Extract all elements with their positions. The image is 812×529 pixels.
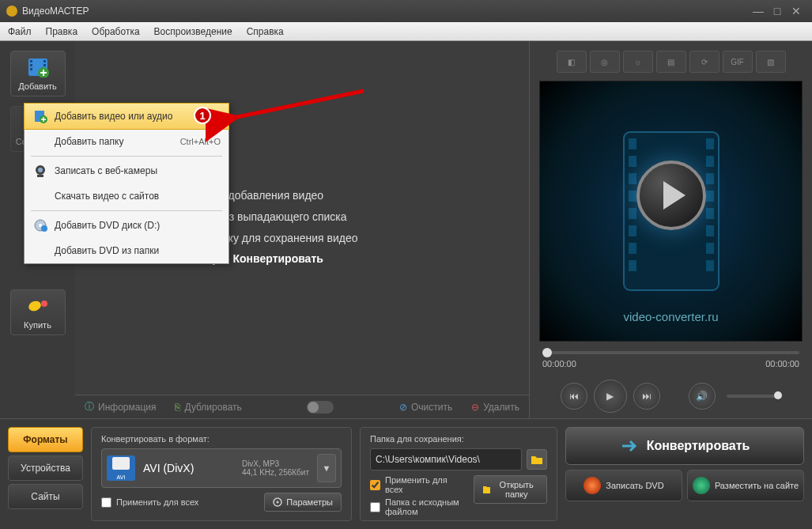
save-path-input[interactable] xyxy=(370,448,522,470)
save-panel: Папка для сохранения: Применить для всех… xyxy=(360,427,557,521)
parameters-button[interactable]: Параметры xyxy=(264,493,342,512)
info-button[interactable]: ⓘИнформация xyxy=(85,400,156,414)
svg-rect-15 xyxy=(629,173,636,184)
upload-site-button[interactable]: Разместить на сайте xyxy=(687,470,804,501)
next-button[interactable]: ⏭ xyxy=(633,383,660,410)
buy-button[interactable]: Купить xyxy=(10,289,66,335)
buy-label: Купить xyxy=(24,320,51,330)
menu-add-dvd-folder[interactable]: Добавить DVD из папки xyxy=(25,238,228,263)
convert-button[interactable]: Конвертировать xyxy=(565,427,804,465)
source-folder-checkbox[interactable]: Папка с исходным файлом xyxy=(370,497,464,516)
player-controls: ⏮ ▶ ⏭ 🔊 xyxy=(536,373,806,419)
preview-gif-icon[interactable]: GIF xyxy=(723,51,753,73)
avi-icon: AVI xyxy=(107,455,135,481)
menu-webcam[interactable]: Записать с веб-камеры xyxy=(25,158,228,183)
time-current: 00:00:00 xyxy=(542,359,576,368)
menu-file[interactable]: Файл xyxy=(8,26,32,37)
open-folder-button[interactable]: Открыть папку xyxy=(474,475,547,504)
globe-icon xyxy=(693,477,710,494)
menu-process[interactable]: Обработка xyxy=(92,26,140,37)
add-button[interactable]: Добавить xyxy=(10,51,66,96)
app-title: ВидеоМАСТЕР xyxy=(22,6,89,17)
apply-all-save-checkbox[interactable]: Применить для всех xyxy=(370,475,464,494)
burn-dvd-button[interactable]: Записать DVD xyxy=(565,470,682,501)
view-toggle[interactable] xyxy=(307,401,334,414)
dvd-burn-icon xyxy=(584,477,601,494)
svg-rect-3 xyxy=(30,68,32,70)
convert-panel: Конвертировать Записать DVD Разместить н… xyxy=(565,427,804,521)
time-total: 00:00:00 xyxy=(765,359,799,368)
callout-badge-1: 1 xyxy=(194,107,211,124)
bottom-panel: Форматы Устройства Сайты Конвертировать … xyxy=(0,418,812,529)
svg-rect-2 xyxy=(30,64,32,66)
menu-playback[interactable]: Воспроизведение xyxy=(154,26,232,37)
format-tabs: Форматы Устройства Сайты xyxy=(8,427,83,521)
svg-rect-14 xyxy=(629,156,636,167)
format-name: AVI (DivX) xyxy=(143,462,234,474)
svg-rect-19 xyxy=(629,243,636,254)
apply-all-format-checkbox[interactable]: Применить для всех xyxy=(101,497,198,508)
save-panel-title: Папка для сохранения: xyxy=(370,434,547,444)
close-button[interactable]: ✕ xyxy=(787,5,806,17)
status-bar: ⓘИнформация ⎘Дублировать ⊘Очистить ⊖Удал… xyxy=(75,395,529,418)
app-logo-icon xyxy=(6,6,17,17)
preview-frame-icon[interactable]: ▤ xyxy=(656,51,686,73)
format-selector[interactable]: AVI AVI (DivX) DivX, MP3 44,1 KHz, 256Кб… xyxy=(101,448,342,488)
svg-rect-4 xyxy=(43,60,46,62)
volume-slider[interactable] xyxy=(727,395,782,398)
play-button[interactable]: ▶ xyxy=(594,380,627,413)
menu-add-folder[interactable]: Добавить папку Ctrl+Alt+O xyxy=(25,129,228,154)
svg-point-10 xyxy=(27,300,42,313)
svg-rect-20 xyxy=(629,260,636,271)
preview-video: video-converter.ru xyxy=(539,81,803,342)
timeline[interactable] xyxy=(536,346,806,359)
browse-folder-button[interactable] xyxy=(527,449,547,470)
preview-vignette-icon[interactable]: ◎ xyxy=(590,51,620,73)
maximize-button[interactable]: □ xyxy=(768,5,787,17)
duplicate-button[interactable]: ⎘Дублировать xyxy=(175,402,241,413)
preview-crop-icon[interactable]: ◧ xyxy=(557,51,587,73)
folder-open-icon xyxy=(482,485,490,494)
watermark-text: video-converter.ru xyxy=(540,310,802,323)
tab-formats[interactable]: Форматы xyxy=(8,427,83,452)
gear-icon xyxy=(273,497,282,507)
format-panel: Конвертировать в формат: AVI AVI (DivX) … xyxy=(91,427,352,521)
preview-toolbar: ◧ ◎ ☼ ▤ ⟳ GIF ▧ xyxy=(536,47,806,76)
add-dropdown-menu: Добавить видео или аудио trl+O Добавить … xyxy=(24,103,229,264)
preview-brightness-icon[interactable]: ☼ xyxy=(623,51,653,73)
film-plus-icon xyxy=(32,108,48,124)
clear-button[interactable]: ⊘Очистить xyxy=(399,402,452,413)
titlebar: ВидеоМАСТЕР — □ ✕ xyxy=(0,0,812,22)
svg-rect-24 xyxy=(706,191,714,202)
delete-button[interactable]: ⊖Удалить xyxy=(471,402,519,413)
menu-download[interactable]: Скачать видео с сайтов xyxy=(25,183,228,209)
svg-point-11 xyxy=(41,300,47,307)
minimize-button[interactable]: — xyxy=(749,5,768,17)
menu-edit[interactable]: Правка xyxy=(46,26,78,37)
tab-devices[interactable]: Устройства xyxy=(8,455,83,481)
folder-icon xyxy=(531,454,543,465)
svg-rect-25 xyxy=(706,208,714,219)
menu-add-dvd-disc[interactable]: Добавить DVD диск (D:) xyxy=(25,213,228,238)
svg-rect-16 xyxy=(629,191,636,202)
svg-rect-28 xyxy=(706,260,714,271)
preview-speed-icon[interactable]: ⟳ xyxy=(689,51,719,73)
svg-rect-13 xyxy=(629,138,636,149)
preview-effects-icon[interactable]: ▧ xyxy=(756,51,786,73)
svg-rect-18 xyxy=(629,225,636,236)
svg-point-32 xyxy=(38,168,43,172)
svg-rect-21 xyxy=(706,138,714,149)
prev-button[interactable]: ⏮ xyxy=(561,383,587,410)
tab-sites[interactable]: Сайты xyxy=(8,484,83,509)
format-dropdown-icon[interactable]: ▼ xyxy=(317,454,336,482)
webcam-icon xyxy=(32,163,48,179)
svg-rect-27 xyxy=(706,243,714,254)
volume-button[interactable]: 🔊 xyxy=(689,383,716,410)
menu-help[interactable]: Справка xyxy=(247,26,284,37)
svg-rect-22 xyxy=(706,156,714,167)
buy-icon xyxy=(25,295,51,317)
svg-point-36 xyxy=(41,225,47,232)
play-icon xyxy=(636,161,706,230)
svg-rect-23 xyxy=(706,173,714,184)
timeline-track[interactable] xyxy=(542,351,799,354)
